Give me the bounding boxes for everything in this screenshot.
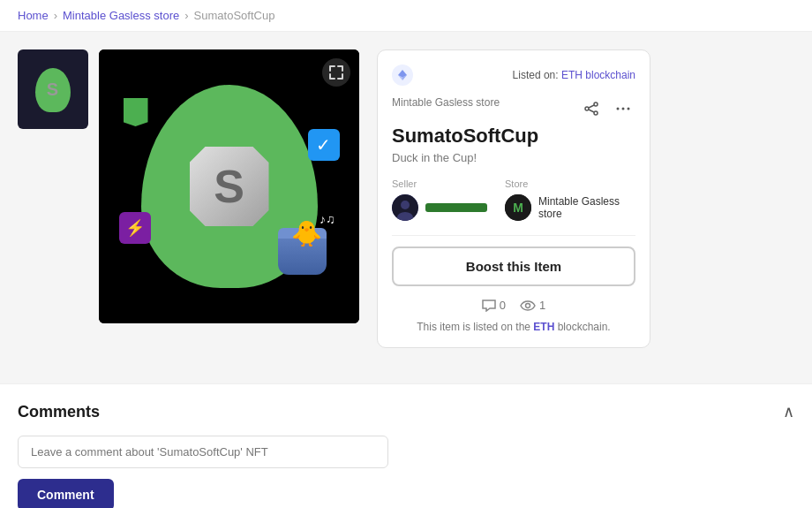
svg-point-10 <box>628 108 630 110</box>
blockchain-link[interactable]: ETH blockchain <box>561 69 635 81</box>
breadcrumb: Home › Mintable Gasless store › SumatoSo… <box>0 0 812 32</box>
thumbnail-art: S <box>25 61 82 118</box>
comments-stat: 0 <box>482 299 506 312</box>
views-count: 1 <box>539 299 545 312</box>
s-logo: S <box>190 147 269 226</box>
store-info: M Mintable Gasless store <box>505 194 635 221</box>
eth-blockchain-link[interactable]: ETH <box>533 321 554 333</box>
comments-count: 0 <box>500 299 506 312</box>
comments-section: Comments ∧ Comment <box>0 383 812 508</box>
comments-header: Comments ∧ <box>18 402 794 421</box>
svg-point-16 <box>526 303 530 307</box>
svg-point-9 <box>622 108 625 110</box>
breadcrumb-sep2: › <box>184 9 188 22</box>
badge-lightning: ⚡ <box>119 212 151 244</box>
seller-section: Seller <box>392 178 487 221</box>
store-section: Store M Mintable Gasless store <box>505 178 635 221</box>
share-icon[interactable] <box>579 96 604 121</box>
boost-button[interactable]: Boost this Item <box>392 246 635 286</box>
blockchain-notice: This item is listed on the ETH blockchai… <box>392 321 635 333</box>
seller-avatar <box>392 194 418 221</box>
svg-point-12 <box>401 201 410 209</box>
comments-title: Comments <box>18 403 100 421</box>
seller-store-row: Seller Store <box>392 178 635 221</box>
nft-subtitle: Duck in the Cup! <box>392 151 635 164</box>
store-name-text: Mintable Gasless store <box>538 195 635 220</box>
listed-text: Listed on: ETH blockchain <box>420 69 635 81</box>
seller-label: Seller <box>392 178 487 189</box>
views-stat: 1 <box>520 299 545 312</box>
duck-container: 🐥 ♪♫ <box>278 235 327 275</box>
left-column: S S ✓ ⚡ <box>18 49 359 323</box>
store-label: Store <box>505 178 635 189</box>
svg-text:M: M <box>513 201 523 215</box>
comment-button[interactable]: Comment <box>18 479 114 508</box>
divider <box>392 235 635 236</box>
seller-info <box>392 194 487 221</box>
breadcrumb-store[interactable]: Mintable Gasless store <box>63 9 179 22</box>
svg-point-5 <box>594 111 598 115</box>
breadcrumb-item: SumatoSoftCup <box>194 9 275 22</box>
collapse-icon[interactable]: ∧ <box>783 402 794 421</box>
expand-icon[interactable] <box>322 58 350 87</box>
svg-point-3 <box>594 102 598 106</box>
nft-thumbnail[interactable]: S <box>18 49 88 129</box>
svg-point-8 <box>617 108 620 110</box>
duck: 🐥 <box>291 219 322 248</box>
badge-bookmark <box>124 98 148 126</box>
details-card: Listed on: ETH blockchain Mintable Gasle… <box>377 49 650 348</box>
nft-title: SumatoSoftCup <box>392 125 635 148</box>
card-header: Mintable Gasless store <box>392 96 635 121</box>
eth-icon <box>392 64 413 86</box>
stats-row: 0 1 <box>392 299 635 312</box>
nft-blob: S ✓ ⚡ 🐥 ♪♫ <box>141 85 318 288</box>
store-avatar: M <box>505 194 531 221</box>
badge-check: ✓ <box>308 129 340 161</box>
svg-line-6 <box>589 105 594 108</box>
comment-input[interactable] <box>18 436 388 468</box>
seller-name-bar <box>425 203 487 212</box>
svg-point-4 <box>585 107 589 110</box>
card-actions <box>579 96 635 121</box>
breadcrumb-sep1: › <box>54 9 57 22</box>
main-content: S S ✓ ⚡ <box>0 32 812 366</box>
breadcrumb-home[interactable]: Home <box>18 9 49 22</box>
store-name-label: Mintable Gasless store <box>392 96 500 109</box>
blockchain-badge: Listed on: ETH blockchain <box>392 64 635 86</box>
more-options-icon[interactable] <box>611 96 635 121</box>
main-image: S ✓ ⚡ 🐥 ♪♫ <box>99 49 359 323</box>
s-logo-inner: S <box>190 147 269 226</box>
nft-artwork: S ✓ ⚡ 🐥 ♪♫ <box>99 49 359 323</box>
music-note: ♪♫ <box>320 212 335 226</box>
svg-line-7 <box>589 110 594 112</box>
